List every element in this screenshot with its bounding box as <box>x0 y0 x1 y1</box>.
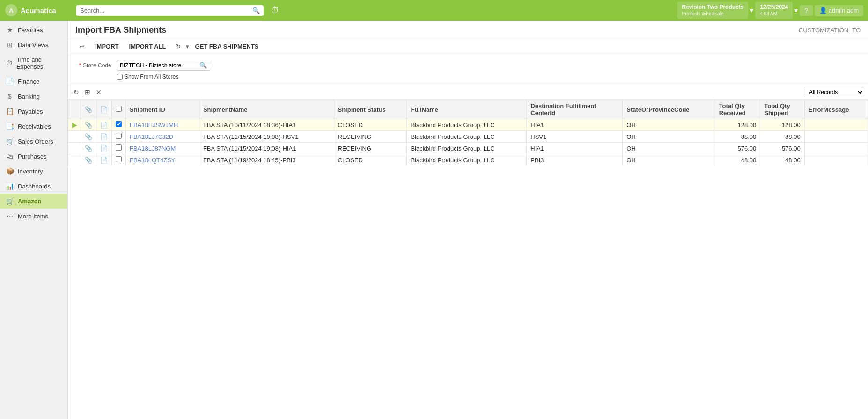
show-all-stores-checkbox[interactable] <box>117 74 123 80</box>
search-input[interactable] <box>80 7 250 14</box>
row-total-qty-shipped: 576.00 <box>760 143 804 154</box>
admin-button[interactable]: 👤 admin adm <box>815 5 863 16</box>
sidebar-item-receivables[interactable]: 📑 Receivables <box>0 119 67 134</box>
store-code-field[interactable] <box>120 62 198 69</box>
sidebar-item-data-views[interactable]: ⊞ Data Views <box>0 37 67 52</box>
row-shipment-status: RECEIVING <box>334 131 407 143</box>
customization-label[interactable]: CUSTOMIZATION <box>799 27 848 34</box>
sidebar-item-purchases[interactable]: 🛍 Purchases <box>0 149 67 164</box>
sidebar-item-label: Inventory <box>18 168 43 175</box>
row-error-message <box>804 143 868 154</box>
records-dropdown: All Records Selected Records <box>804 87 864 97</box>
get-fba-label: GET FBA SHIPMENTS <box>195 43 259 50</box>
row-dest-fulfillment: HSV1 <box>527 131 623 143</box>
undo-button[interactable]: ↩ <box>75 41 89 52</box>
row-dest-fulfillment: HIA1 <box>527 143 623 154</box>
col-dest-fulfillment-header: Destination FulfillmentCenterId <box>527 100 623 119</box>
row-indicator <box>68 143 81 154</box>
revision-button[interactable]: Revision Two Products Products Wholesale <box>677 2 749 19</box>
datetime-button[interactable]: 12/25/2024 4:03 AM <box>755 2 793 19</box>
row-shipment-status: CLOSED <box>334 154 407 166</box>
shipment-id-link[interactable]: FBA18LJ87NGM <box>130 145 176 152</box>
col-error-message-header: ErrorMessage <box>804 100 868 119</box>
fit-columns-button[interactable]: ⊞ <box>83 87 92 97</box>
star-icon: ★ <box>6 26 14 34</box>
time-text: 4:03 AM <box>760 11 777 17</box>
clock-icon: ⏱ <box>6 59 13 67</box>
row-shipment-id[interactable]: FBA18LJ87NGM <box>126 143 199 154</box>
col-select-header[interactable] <box>112 100 126 119</box>
row-shipment-id[interactable]: FBA18LQT4ZSY <box>126 154 199 166</box>
get-fba-button[interactable]: GET FBA SHIPMENTS <box>191 41 263 52</box>
sidebar-item-payables[interactable]: 📋 Payables <box>0 104 67 119</box>
store-search-icon[interactable]: 🔍 <box>199 62 207 69</box>
col-fullname-header: FullName <box>407 100 527 119</box>
search-icon: 🔍 <box>252 7 260 14</box>
amazon-icon: 🛒 <box>6 197 14 205</box>
row-shipment-id[interactable]: FBA18LJ7CJ2D <box>126 131 199 143</box>
row-shipment-id[interactable]: FBA18HJSWJMH <box>126 119 199 131</box>
row-total-qty-shipped: 128.00 <box>760 119 804 131</box>
sidebar-item-time-expenses[interactable]: ⏱ Time and Expenses <box>0 52 67 74</box>
row-state-province: OH <box>623 143 715 154</box>
sidebar-item-label: Data Views <box>18 42 49 49</box>
row-state-province: OH <box>623 119 715 131</box>
table-header-row: 📎 📄 Shipment ID ShipmentName Shipment St… <box>68 100 868 119</box>
export-button[interactable]: ✕ <box>94 87 103 97</box>
sidebar-item-label: Banking <box>18 93 40 100</box>
row-error-message <box>804 119 868 131</box>
shipments-table: 📎 📄 Shipment ID ShipmentName Shipment St… <box>68 100 868 166</box>
revision-sub: Products Wholesale <box>682 11 724 17</box>
table-row: ▶ 📎 📄 FBA18HJSWJMH FBA STA (10/11/2024 1… <box>68 119 868 131</box>
records-select[interactable]: All Records Selected Records <box>804 87 864 97</box>
show-all-stores-label[interactable]: Show From All Stores <box>125 73 178 80</box>
sidebar-item-sales-orders[interactable]: 🛒 Sales Orders <box>0 134 67 149</box>
row-shipment-status: CLOSED <box>334 119 407 131</box>
col-total-qty-shipped-header: Total QtyShipped <box>760 100 804 119</box>
col-attach-header: 📎 <box>81 100 96 119</box>
shipment-id-link[interactable]: FBA18HJSWJMH <box>130 122 178 129</box>
row-select[interactable] <box>112 131 126 143</box>
sidebar-item-banking[interactable]: $ Banking <box>0 89 67 104</box>
sync-icon: ↻ <box>176 43 181 50</box>
help-button[interactable]: ? <box>800 5 812 16</box>
sidebar-item-amazon[interactable]: 🛒 Amazon <box>0 194 67 209</box>
sidebar-item-label: Payables <box>18 108 43 115</box>
row-attach: 📎 <box>81 154 96 166</box>
refresh-table-button[interactable]: ↻ <box>72 87 81 97</box>
import-button[interactable]: IMPORT <box>91 41 123 52</box>
shipment-id-link[interactable]: FBA18LQT4ZSY <box>130 157 176 164</box>
page-header: Import FBA Shipments CUSTOMIZATION TO <box>68 21 868 38</box>
search-bar[interactable]: 🔍 <box>76 5 264 16</box>
sidebar-item-inventory[interactable]: 📦 Inventory <box>0 164 67 179</box>
dashboards-icon: 📊 <box>6 182 14 190</box>
history-button[interactable]: ⏱ <box>267 4 283 17</box>
sidebar-item-dashboards[interactable]: 📊 Dashboards <box>0 179 67 194</box>
inventory-icon: 📦 <box>6 167 14 175</box>
action-toolbar: ↩ IMPORT IMPORT ALL ↻ ▾ GET FBA SHIPMENT… <box>68 38 868 55</box>
row-total-qty-received: 576.00 <box>715 143 760 154</box>
sidebar-item-more-items[interactable]: ⋯ More Items <box>0 209 67 224</box>
top-navigation: A Acumatica 🔍 ⏱ Revision Two Products Pr… <box>0 0 868 21</box>
sync-button[interactable]: ↻ <box>172 41 184 52</box>
dropdown-arrow[interactable]: ▾ <box>186 43 189 50</box>
import-label: IMPORT <box>95 43 119 50</box>
row-total-qty-shipped: 88.00 <box>760 131 804 143</box>
banking-icon: $ <box>6 93 14 100</box>
sidebar-item-finance[interactable]: 📄 Finance <box>0 74 67 89</box>
shipment-id-link[interactable]: FBA18LJ7CJ2D <box>130 133 173 140</box>
table-container: 📎 📄 Shipment ID ShipmentName Shipment St… <box>68 100 868 419</box>
row-select[interactable] <box>112 119 126 131</box>
datetime-dropdown-icon: ▾ <box>794 7 798 14</box>
to-label[interactable]: TO <box>852 27 861 34</box>
row-select[interactable] <box>112 154 126 166</box>
import-all-button[interactable]: IMPORT ALL <box>125 41 170 52</box>
table-row: 📎 📄 FBA18LJ87NGM FBA STA (11/15/2024 19:… <box>68 143 868 154</box>
main-layout: ★ Favorites ⊞ Data Views ⏱ Time and Expe… <box>0 21 868 419</box>
row-select[interactable] <box>112 143 126 154</box>
store-code-input[interactable]: 🔍 <box>117 60 210 71</box>
help-icon: ? <box>804 7 808 14</box>
sidebar-item-favorites[interactable]: ★ Favorites <box>0 22 67 37</box>
select-all-checkbox[interactable] <box>116 106 122 112</box>
col-shipment-id-header: Shipment ID <box>126 100 199 119</box>
